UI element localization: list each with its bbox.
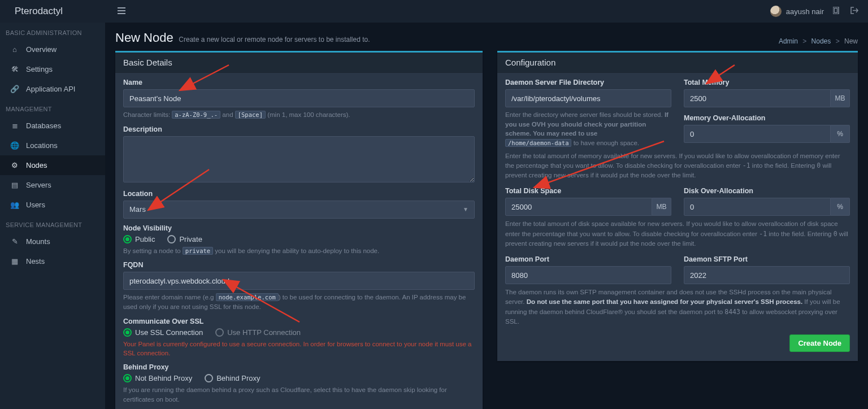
label-daemon-port: Daemon Port <box>505 255 671 263</box>
panel-title-basic: Basic Details <box>115 53 483 73</box>
disk-over-input[interactable] <box>684 198 831 216</box>
memory-over-input[interactable] <box>684 125 831 143</box>
user-name: aayush nair <box>786 7 824 16</box>
unit-percent: % <box>831 198 850 216</box>
overview-icon: ⌂ <box>10 45 19 54</box>
radio-dot-icon <box>215 328 224 337</box>
sidebar-section-title: MANAGEMENT <box>0 99 105 116</box>
location-select[interactable]: Mars ▼ <box>123 201 475 219</box>
sidebar-item-label: Nodes <box>26 161 47 169</box>
label-ssl: Communicate Over SSL <box>123 317 475 325</box>
logout-icon[interactable] <box>850 7 859 16</box>
sidebar-item-users[interactable]: 👥Users <box>0 195 105 215</box>
hamburger-icon[interactable] <box>114 4 129 19</box>
sidebar-item-nodes[interactable]: ⚙Nodes <box>0 155 105 175</box>
radio-dot-icon <box>123 374 132 382</box>
label-location: Location <box>123 190 475 198</box>
radio-dot-icon <box>205 374 213 382</box>
sidebar-item-label: Users <box>26 201 45 209</box>
databases-icon: ≣ <box>10 121 19 130</box>
label-proxy: Behind Proxy <box>123 363 475 371</box>
panel-title-config: Configuration <box>497 53 858 73</box>
crumb-admin[interactable]: Admin <box>779 37 798 45</box>
sidebar-item-label: Mounts <box>26 237 50 246</box>
sidebar-item-label: Nests <box>26 257 45 266</box>
radio-not-behind-proxy[interactable]: Not Behind Proxy <box>123 374 192 382</box>
brand-title: Pterodactyl <box>0 0 105 23</box>
users-icon: 👥 <box>10 201 19 209</box>
daemon-port-input[interactable] <box>505 266 671 284</box>
help-visibility: By setting a node to private you will be… <box>123 246 475 256</box>
help-fqdn: Please enter domain name (e.g node.examp… <box>123 293 475 311</box>
create-node-button[interactable]: Create Node <box>789 334 850 352</box>
label-total-memory: Total Memory <box>684 79 850 86</box>
help-ssl-warning: Your Panel is currently configured to us… <box>123 340 475 358</box>
description-input[interactable] <box>123 136 475 182</box>
label-total-disk: Total Disk Space <box>505 187 671 195</box>
crumb-current: New <box>844 37 858 45</box>
name-input[interactable] <box>123 89 475 107</box>
radio-dot-icon <box>167 235 176 243</box>
radio-http[interactable]: Use HTTP Connection <box>215 328 301 337</box>
daemon-dir-input[interactable] <box>505 89 671 107</box>
help-daemon-dir: Enter the directory where server files s… <box>505 110 671 148</box>
mounts-icon: ✎ <box>10 237 19 246</box>
crumb-nodes[interactable]: Nodes <box>811 37 831 45</box>
label-sftp-port: Daemon SFTP Port <box>684 255 850 263</box>
chevron-down-icon: ▼ <box>463 206 468 212</box>
sidebar-item-servers[interactable]: ▤Servers <box>0 175 105 195</box>
sidebar-item-application-api[interactable]: 🔗Application API <box>0 79 105 99</box>
radio-ssl[interactable]: Use SSL Connection <box>123 328 203 337</box>
sftp-port-input[interactable] <box>684 266 850 284</box>
sidebar-item-label: Servers <box>26 181 51 189</box>
sidebar-section-title: BASIC ADMINISTRATION <box>0 23 105 40</box>
label-disk-over: Disk Over-Allocation <box>684 187 850 195</box>
label-visibility: Node Visibility <box>123 224 475 232</box>
sidebar-item-label: Overview <box>26 45 57 54</box>
exit-to-app-icon[interactable] <box>833 7 841 16</box>
total-memory-input[interactable] <box>684 89 831 107</box>
sidebar-item-overview[interactable]: ⌂Overview <box>0 40 105 59</box>
unit-percent: % <box>831 125 850 143</box>
help-memory: Enter the total amount of memory availab… <box>505 151 850 181</box>
sidebar-item-settings[interactable]: 🛠Settings <box>0 59 105 79</box>
help-ports: The daemon runs its own SFTP management … <box>505 288 850 327</box>
sidebar-item-locations[interactable]: 🌐Locations <box>0 136 105 155</box>
sidebar-item-label: Settings <box>26 65 53 73</box>
sidebar-item-label: Locations <box>26 141 58 150</box>
fqdn-input[interactable] <box>123 272 475 290</box>
sidebar-section-title: SERVICE MANAGEMENT <box>0 215 105 232</box>
user-menu[interactable]: aayush nair <box>770 6 824 17</box>
topbar: aayush nair <box>105 0 868 23</box>
panel-basic-details: Basic Details Name Character limits: a-z… <box>115 51 483 409</box>
label-memory-over: Memory Over-Allocation <box>684 114 850 122</box>
help-disk: Enter the total amount of disk space ava… <box>505 219 850 249</box>
label-fqdn: FQDN <box>123 261 475 269</box>
label-daemon-dir: Daemon Server File Directory <box>505 79 671 86</box>
label-name: Name <box>123 79 475 86</box>
sidebar-item-nests[interactable]: ▦Nests <box>0 251 105 271</box>
svg-rect-1 <box>835 8 837 13</box>
radio-dot-icon <box>123 235 132 243</box>
location-value: Mars <box>129 205 146 214</box>
panel-configuration: Configuration Daemon Server File Directo… <box>497 51 858 361</box>
nests-icon: ▦ <box>10 257 19 266</box>
radio-dot-icon <box>123 328 132 337</box>
sidebar-item-mounts[interactable]: ✎Mounts <box>0 232 105 251</box>
sidebar-item-label: Databases <box>26 121 61 130</box>
radio-public[interactable]: Public <box>123 235 155 243</box>
sidebar-item-databases[interactable]: ≣Databases <box>0 116 105 136</box>
page-subtitle: Create a new local or remote node for se… <box>179 36 370 43</box>
settings-icon: 🛠 <box>10 65 19 73</box>
help-proxy: If you are running the daemon behind a p… <box>123 385 475 404</box>
total-disk-input[interactable] <box>505 198 652 216</box>
locations-icon: 🌐 <box>10 141 19 150</box>
application-api-icon: 🔗 <box>10 85 19 93</box>
help-name: Character limits: a-zA-Z0-9_.- and [Spac… <box>123 110 475 120</box>
radio-private[interactable]: Private <box>167 235 202 243</box>
label-description: Description <box>123 125 475 133</box>
radio-behind-proxy[interactable]: Behind Proxy <box>205 374 260 382</box>
avatar <box>770 6 782 17</box>
sidebar-item-label: Application API <box>26 85 75 93</box>
servers-icon: ▤ <box>10 181 19 189</box>
